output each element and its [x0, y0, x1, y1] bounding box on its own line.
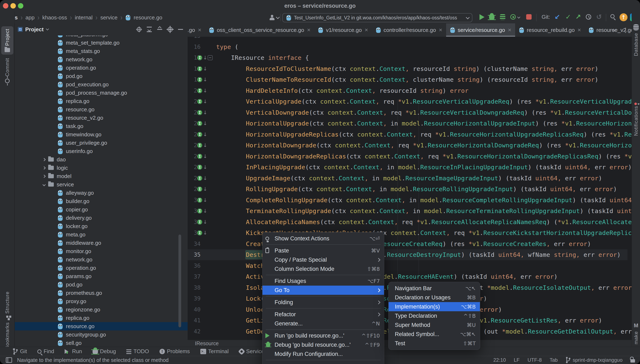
toolwindow-button-run[interactable]: Run	[65, 348, 82, 354]
tree-item-securitygroup.go[interactable]: securitygroup.go	[15, 330, 188, 339]
unlock-icon[interactable]	[630, 359, 635, 362]
implemented-gutter-icon[interactable]: I	[197, 154, 202, 159]
tab-v1/resource.go[interactable]: v1/resource.go×	[314, 23, 372, 37]
menu-item-debug-go-build-resource-go-[interactable]: Debug 'go build resource.go...'^⇧F9	[262, 340, 384, 350]
tree-item-proxy.go[interactable]: proxy.go	[15, 297, 188, 306]
implemented-gutter-icon[interactable]: I	[197, 220, 202, 224]
tab-resource_rebuild.go[interactable]: resource_rebuild.go×	[515, 23, 585, 37]
tree-item-regionzone.go[interactable]: regionzone.go	[15, 306, 188, 314]
git-branch-widget[interactable]: sprint-dmp-txqiangguo	[566, 357, 622, 363]
user-widget[interactable]	[269, 13, 279, 22]
ide-update-button[interactable]: ↑	[620, 13, 628, 21]
fold-marker[interactable]: −	[208, 55, 213, 60]
collapse-all-button[interactable]	[157, 27, 162, 32]
close-icon[interactable]: ×	[439, 27, 442, 33]
tree-item-meta.go[interactable]: meta.go	[15, 230, 188, 239]
menu-item-implementation-s-[interactable]: Implementation(s)⌥⌘B	[388, 302, 480, 311]
tree-item-resource_v2.go[interactable]: resource_v2.go	[15, 114, 188, 122]
implemented-gutter-icon[interactable]: I	[197, 230, 202, 235]
toolwindow-button-find[interactable]: Find	[37, 348, 54, 354]
caret-position[interactable]: 22:10	[493, 357, 506, 363]
tab-controller/resource.go[interactable]: controller/resource.go×	[372, 23, 446, 37]
tree-item-replica.go[interactable]: replica.go	[15, 314, 188, 322]
tree-item-resource.go[interactable]: resource.go	[15, 105, 188, 114]
tree-item-logic[interactable]: logic	[15, 164, 188, 172]
chevron-right-icon[interactable]	[42, 158, 46, 161]
menu-item-folding[interactable]: Folding	[262, 298, 384, 307]
run-button[interactable]	[480, 14, 484, 20]
breadcrumb-item[interactable]: app	[26, 14, 34, 21]
implemented-gutter-icon[interactable]: I	[197, 77, 202, 82]
rollback-button[interactable]: ↺	[596, 13, 602, 21]
chevron-right-icon[interactable]	[42, 166, 46, 170]
profiler-button[interactable]	[510, 14, 520, 20]
menu-item-super-method[interactable]: Super Method⌘U	[388, 320, 480, 330]
tree-item-params.go[interactable]: params.go	[15, 272, 188, 280]
tree-item-task.go[interactable]: task.go	[15, 122, 188, 130]
breadcrumb-file[interactable]: resource.go	[134, 14, 162, 21]
menu-item-navigation-bar[interactable]: Navigation Bar⌥↖	[388, 284, 480, 293]
project-panel-title[interactable]: Project	[25, 26, 44, 33]
tree-item-middleware.go[interactable]: middleware.go	[15, 239, 188, 247]
implemented-gutter-icon[interactable]: I	[197, 208, 202, 214]
menu-item-go-to[interactable]: Go To	[262, 286, 384, 295]
tree-item-monitor.go[interactable]: monitor.go	[15, 247, 188, 256]
close-icon[interactable]: ×	[198, 27, 202, 33]
tree-item-userinfo.go[interactable]: userinfo.go	[15, 147, 188, 155]
breadcrumb-item[interactable]: internal	[75, 14, 92, 21]
git-commit-button[interactable]: ✓	[565, 13, 571, 21]
menu-item-find-usages[interactable]: Find Usages⌥F7	[262, 276, 384, 286]
menu-item-column-selection-mode[interactable]: Column Selection Mode⇧⌘8	[262, 264, 384, 274]
tree-item-copier.go[interactable]: copier.go	[15, 205, 188, 214]
implemented-gutter-icon[interactable]: I	[197, 121, 202, 126]
tree-item-network.go[interactable]: network.go	[15, 256, 188, 264]
tree-item-timewindow.go[interactable]: timewindow.go	[15, 130, 188, 139]
menu-item-refactor[interactable]: Refactor	[262, 310, 384, 319]
toolwindow-button-debug[interactable]: Debug	[92, 348, 116, 354]
tree-item-operation.go[interactable]: operation.go	[15, 264, 188, 272]
debug-button[interactable]	[489, 14, 494, 20]
file-encoding[interactable]: UTF-8	[528, 357, 542, 363]
tree-scrollbar[interactable]	[178, 234, 181, 327]
tree-item-sell.go[interactable]: sell.go	[15, 339, 188, 347]
close-icon[interactable]: ×	[508, 27, 511, 33]
tree-item-dao[interactable]: dao	[15, 155, 188, 164]
git-update-button[interactable]: ↙	[554, 13, 560, 21]
tree-item-operation.go[interactable]: operation.go	[15, 64, 188, 72]
implemented-gutter-icon[interactable]: I	[197, 176, 202, 181]
toolwindow-button-terminal[interactable]: >_Terminal	[200, 348, 229, 354]
tree-item-model[interactable]: model	[15, 172, 188, 180]
close-icon[interactable]: ×	[578, 27, 581, 33]
implemented-gutter-icon[interactable]: I	[197, 198, 202, 203]
tree-item-prometheus.go[interactable]: prometheus.go	[15, 289, 188, 297]
select-opened-file-button[interactable]	[137, 27, 141, 32]
menu-item-related-symbol-[interactable]: Related Symbol...⌥⌘↖	[388, 330, 480, 339]
tab-pod.go[interactable]: pod.go×	[188, 23, 205, 37]
tree-item-builder.go[interactable]: builder.go	[15, 197, 188, 205]
menu-item-run-go-build-resource-go-[interactable]: Run 'go build resource.go...'^⇧F10	[262, 331, 384, 340]
close-icon[interactable]: ×	[307, 27, 310, 33]
tree-item-user_privilege.go[interactable]: user_privilege.go	[15, 139, 188, 147]
tree-item-meta_set_template.go[interactable]: meta_set_template.go	[15, 38, 188, 47]
search-everywhere-button[interactable]	[610, 14, 614, 18]
hidden-tabs-chevron-icon[interactable]	[612, 28, 616, 31]
tab-options-kebab-icon[interactable]: ⋮	[622, 26, 629, 34]
close-icon[interactable]: ×	[364, 27, 368, 33]
tab-service/resource.go[interactable]: service/resource.go×	[446, 23, 515, 37]
tree-item-locker.go[interactable]: locker.go	[15, 222, 188, 230]
stop-button[interactable]	[526, 14, 532, 20]
menu-item-generate-[interactable]: Generate...^N	[262, 319, 384, 328]
tree-item-pod.go[interactable]: pod.go	[15, 280, 188, 289]
implemented-gutter-icon[interactable]: I	[197, 99, 202, 104]
implemented-gutter-icon[interactable]: I	[197, 143, 202, 148]
line-ending[interactable]: LF	[514, 357, 520, 363]
tab-oss_client_oss_service_resource.go[interactable]: oss_client_oss_service_resource.go×	[205, 23, 314, 37]
history-button[interactable]	[586, 14, 591, 20]
breadcrumb-item[interactable]: khaos-oss	[42, 14, 67, 21]
tree-item-pod_execution.go[interactable]: pod_execution.go	[15, 80, 188, 88]
breadcrumb-item[interactable]: service	[100, 14, 117, 21]
implemented-gutter-icon[interactable]: I	[197, 132, 202, 137]
sidebar-item-notifications[interactable]: Notifications	[632, 104, 640, 136]
implemented-gutter-icon[interactable]: I	[197, 55, 202, 60]
toolwindow-button-todo[interactable]: TODO	[126, 348, 149, 354]
